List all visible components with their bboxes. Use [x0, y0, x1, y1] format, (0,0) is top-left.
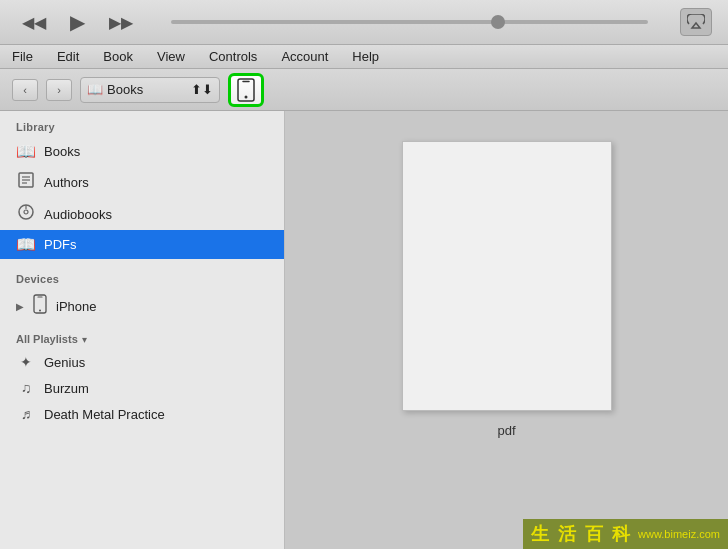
sidebar-item-iphone[interactable]: ▶ iPhone — [0, 289, 284, 323]
forward-button-nav[interactable]: › — [46, 79, 72, 101]
books-sidebar-icon: 📖 — [16, 142, 36, 161]
content-area: pdf 生 活 百 科 www.bimeiz.com — [285, 111, 728, 549]
sidebar-item-burzum[interactable]: ♫ Burzum — [0, 375, 284, 401]
back-button[interactable]: ‹ — [12, 79, 38, 101]
sidebar-item-books[interactable]: 📖 Books — [0, 137, 284, 166]
watermark-chars: 生 活 百 科 — [531, 522, 632, 546]
books-icon: 📖 — [87, 82, 103, 97]
sidebar-item-pdfs-label: PDFs — [44, 237, 77, 252]
menu-file[interactable]: File — [8, 47, 37, 66]
iphone-label: iPhone — [56, 299, 96, 314]
watermark: 生 活 百 科 www.bimeiz.com — [523, 519, 728, 549]
audiobooks-sidebar-icon — [16, 203, 36, 225]
menu-edit[interactable]: Edit — [53, 47, 83, 66]
pdfs-sidebar-icon: 📖 — [16, 235, 36, 254]
sidebar-item-death-metal[interactable]: ♬ Death Metal Practice — [0, 401, 284, 427]
progress-bar[interactable] — [171, 20, 648, 24]
sidebar-item-pdfs[interactable]: 📖 PDFs — [0, 230, 284, 259]
progress-thumb — [491, 15, 505, 29]
sidebar-item-genius-label: Genius — [44, 355, 85, 370]
airplay-button[interactable] — [680, 8, 712, 36]
location-dropdown-icon: ⬆⬇ — [191, 82, 213, 97]
toolbar: ‹ › 📖 Books ⬆⬇ — [0, 69, 728, 111]
menu-bar: File Edit Book View Controls Account Hel… — [0, 45, 728, 69]
sidebar-item-books-label: Books — [44, 144, 80, 159]
authors-sidebar-icon — [16, 171, 36, 193]
menu-account[interactable]: Account — [277, 47, 332, 66]
sidebar-item-burzum-label: Burzum — [44, 381, 89, 396]
sidebar: Library 📖 Books Authors — [0, 111, 285, 549]
location-bar[interactable]: 📖 Books ⬆⬇ — [80, 77, 220, 103]
svg-point-11 — [39, 310, 41, 312]
svg-point-2 — [245, 95, 248, 98]
menu-help[interactable]: Help — [348, 47, 383, 66]
svg-marker-0 — [692, 23, 700, 28]
sidebar-item-death-metal-label: Death Metal Practice — [44, 407, 165, 422]
all-playlists-row[interactable]: All Playlists ▾ — [0, 323, 284, 349]
forward-button[interactable]: ▶▶ — [103, 9, 139, 36]
devices-section-label: Devices — [0, 263, 284, 289]
pdf-thumbnail[interactable] — [402, 141, 612, 411]
sidebar-item-audiobooks[interactable]: Audiobooks — [0, 198, 284, 230]
menu-view[interactable]: View — [153, 47, 189, 66]
sidebar-item-audiobooks-label: Audiobooks — [44, 207, 112, 222]
rewind-button[interactable]: ◀◀ — [16, 9, 52, 36]
burzum-icon: ♫ — [16, 380, 36, 396]
sidebar-item-genius[interactable]: ✦ Genius — [0, 349, 284, 375]
watermark-url: www.bimeiz.com — [638, 528, 720, 540]
svg-point-9 — [24, 210, 28, 214]
library-section-label: Library — [0, 111, 284, 137]
iphone-icon — [30, 294, 50, 318]
sidebar-item-authors[interactable]: Authors — [0, 166, 284, 198]
transport-bar: ◀◀ ▶ ▶▶ — [0, 0, 728, 45]
sidebar-item-authors-label: Authors — [44, 175, 89, 190]
playlists-chevron-icon: ▾ — [82, 334, 87, 345]
iphone-chevron-icon: ▶ — [16, 301, 24, 312]
location-text: Books — [107, 82, 143, 97]
pdf-label: pdf — [497, 423, 515, 438]
play-button[interactable]: ▶ — [64, 6, 91, 38]
death-metal-icon: ♬ — [16, 406, 36, 422]
menu-controls[interactable]: Controls — [205, 47, 261, 66]
main-container: Library 📖 Books Authors — [0, 111, 728, 549]
menu-book[interactable]: Book — [99, 47, 137, 66]
playlists-label: All Playlists — [16, 333, 78, 345]
device-button[interactable] — [228, 73, 264, 107]
genius-icon: ✦ — [16, 354, 36, 370]
